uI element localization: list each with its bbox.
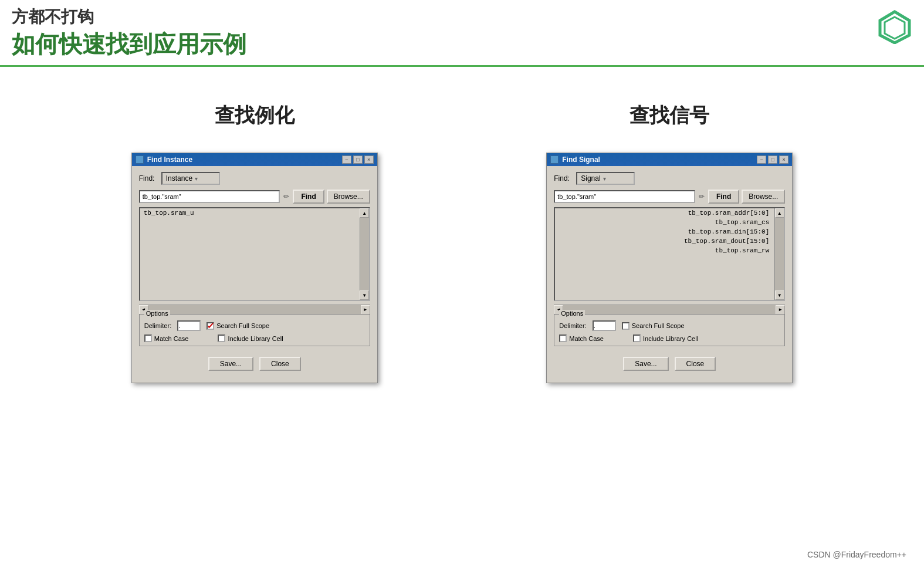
- find-dropdown[interactable]: Instance ▾: [161, 172, 220, 185]
- titlebar-icon: [136, 156, 144, 164]
- delimiter-input[interactable]: [177, 320, 201, 331]
- find-button[interactable]: Find: [293, 190, 324, 204]
- close-button[interactable]: ×: [364, 156, 374, 164]
- page-footer: CSDN @FridayFreedom++: [807, 550, 906, 559]
- signal-scroll-track-h[interactable]: [563, 305, 776, 314]
- dialog-footer: Save... Close: [139, 352, 370, 377]
- signal-options-box: Options Delimiter: Search Full Scope: [554, 314, 785, 346]
- signal-search-full-scope-checkbox[interactable]: [622, 322, 629, 330]
- signal-options-legend: Options: [559, 310, 585, 317]
- signal-browse-button[interactable]: Browse...: [742, 190, 785, 204]
- match-case-label[interactable]: Match Case: [144, 335, 189, 342]
- find-signal-dialog: Find Signal − □ × Find: Signal ▾: [546, 153, 793, 383]
- save-button[interactable]: Save...: [208, 357, 253, 371]
- include-library-cell-checkbox[interactable]: [218, 335, 225, 342]
- signal-scrollbar-vertical[interactable]: ▲ ▼: [774, 208, 784, 300]
- signal-options-row-2: Match Case Include Library Cell: [559, 335, 780, 342]
- restore-button[interactable]: □: [353, 156, 363, 164]
- signal-close-button[interactable]: ×: [779, 156, 788, 164]
- signal-match-case-label[interactable]: Match Case: [559, 335, 604, 342]
- scroll-down-arrow[interactable]: ▼: [360, 290, 369, 300]
- scrollbar-vertical[interactable]: ▲ ▼: [360, 208, 369, 300]
- scroll-right-arrow[interactable]: ►: [361, 305, 370, 315]
- signal-scroll-down-arrow[interactable]: ▼: [775, 290, 784, 300]
- find-instance-body: Find: Instance ▾ ✏ Find Browse... tb_top…: [132, 166, 377, 383]
- search-full-scope-checkbox[interactable]: ✓: [207, 322, 214, 330]
- signal-titlebar-icon: [550, 156, 559, 164]
- find-row: Find: Instance ▾: [139, 172, 370, 185]
- search-input[interactable]: [139, 190, 280, 203]
- signal-include-library-cell-checkbox[interactable]: [633, 335, 641, 342]
- options-legend: Options: [144, 310, 170, 317]
- right-panel: 查找信号 Find Signal − □ × Find:: [471, 102, 869, 383]
- left-section-title: 查找例化: [215, 102, 295, 129]
- titlebar-left: Find Instance: [136, 156, 192, 164]
- signal-titlebar-left: Find Signal: [550, 156, 600, 164]
- logo: [877, 9, 912, 44]
- signal-restore-button[interactable]: □: [768, 156, 777, 164]
- pencil-icon: ✏: [282, 191, 290, 202]
- browse-button[interactable]: Browse...: [327, 190, 370, 204]
- signal-find-dropdown[interactable]: Signal ▾: [576, 172, 635, 185]
- svg-marker-1: [885, 17, 905, 39]
- scrollbar-horizontal[interactable]: ◄ ►: [139, 305, 370, 314]
- left-panel: 查找例化 Find Instance − □ × Find:: [55, 102, 453, 383]
- main-content: 查找例化 Find Instance − □ × Find:: [0, 79, 924, 407]
- header-text-main: 如何快速找到应用示例: [12, 28, 912, 60]
- signal-save-button[interactable]: Save...: [623, 357, 668, 371]
- options-row-1: Delimiter: ✓ Search Full Scope: [144, 320, 365, 331]
- signal-minimize-button[interactable]: −: [757, 156, 766, 164]
- header-text-top: 方都不打钩: [12, 6, 912, 28]
- find-instance-dialog: Find Instance − □ × Find: Instance ▾: [131, 153, 378, 383]
- signal-find-label: Find:: [554, 174, 571, 183]
- signal-match-case-checkbox[interactable]: [559, 335, 567, 342]
- delimiter-label: Delimiter:: [144, 322, 171, 329]
- right-section-title: 查找信号: [629, 102, 709, 129]
- checkmark-red: ✓: [207, 321, 215, 330]
- signal-close-dialog-button[interactable]: Close: [675, 357, 716, 371]
- options-row-2: Match Case Include Library Cell: [144, 335, 365, 342]
- footer-text: CSDN @FridayFreedom++: [807, 550, 906, 559]
- dropdown-arrow: ▾: [195, 175, 198, 182]
- signal-dialog-footer: Save... Close: [554, 352, 785, 377]
- result-item-1: tb_top.sram_u: [140, 208, 369, 218]
- signal-dropdown-value: Signal: [581, 174, 600, 183]
- find-signal-titlebar: Find Signal − □ ×: [547, 153, 792, 166]
- header: 方都不打钩 如何快速找到应用示例: [0, 0, 924, 67]
- find-instance-titlebar: Find Instance − □ ×: [132, 153, 377, 166]
- signal-scrollbar-horizontal[interactable]: ◄ ►: [554, 305, 785, 314]
- find-signal-body: Find: Signal ▾ ✏ Find Browse... tb_top.s…: [547, 166, 792, 383]
- signal-scroll-up-arrow[interactable]: ▲: [775, 208, 784, 218]
- signal-options-row-1: Delimiter: Search Full Scope: [559, 320, 780, 331]
- signal-scroll-right-arrow[interactable]: ►: [776, 305, 785, 315]
- include-library-cell-label[interactable]: Include Library Cell: [218, 335, 283, 342]
- signal-dropdown-arrow: ▾: [603, 175, 606, 182]
- signal-result-1: tb_top.sram_addr[5:0]: [555, 208, 784, 218]
- signal-result-3: tb_top.sram_din[15:0]: [555, 227, 784, 236]
- signal-find-button[interactable]: Find: [708, 190, 739, 204]
- search-row: ✏ Find Browse...: [139, 190, 370, 204]
- signal-pencil-icon: ✏: [698, 191, 706, 202]
- signal-search-full-scope-label[interactable]: Search Full Scope: [622, 322, 685, 330]
- close-dialog-button[interactable]: Close: [259, 357, 301, 371]
- find-label: Find:: [139, 174, 157, 183]
- scroll-track-h[interactable]: [148, 305, 361, 314]
- signal-include-library-cell-label[interactable]: Include Library Cell: [633, 335, 698, 342]
- results-area: tb_top.sram_u ▲ ▼: [139, 207, 370, 301]
- scroll-up-arrow[interactable]: ▲: [360, 208, 369, 218]
- dialog-controls: − □ ×: [342, 156, 374, 164]
- search-full-scope-label[interactable]: ✓ Search Full Scope: [207, 322, 269, 330]
- signal-result-2: tb_top.sram_cs: [555, 218, 784, 227]
- find-signal-title: Find Signal: [562, 156, 600, 164]
- signal-search-row: ✏ Find Browse...: [554, 190, 785, 204]
- minimize-button[interactable]: −: [342, 156, 351, 164]
- signal-dialog-controls: − □ ×: [757, 156, 788, 164]
- scroll-track-v[interactable]: [360, 218, 369, 290]
- find-instance-title: Find Instance: [147, 156, 192, 164]
- signal-search-input[interactable]: [554, 190, 695, 203]
- signal-scroll-track-v[interactable]: [775, 218, 784, 290]
- match-case-checkbox[interactable]: [144, 335, 152, 342]
- signal-delimiter-input[interactable]: [593, 320, 616, 331]
- dropdown-value: Instance: [166, 174, 192, 183]
- signal-result-5: tb_top.sram_rw: [555, 246, 784, 255]
